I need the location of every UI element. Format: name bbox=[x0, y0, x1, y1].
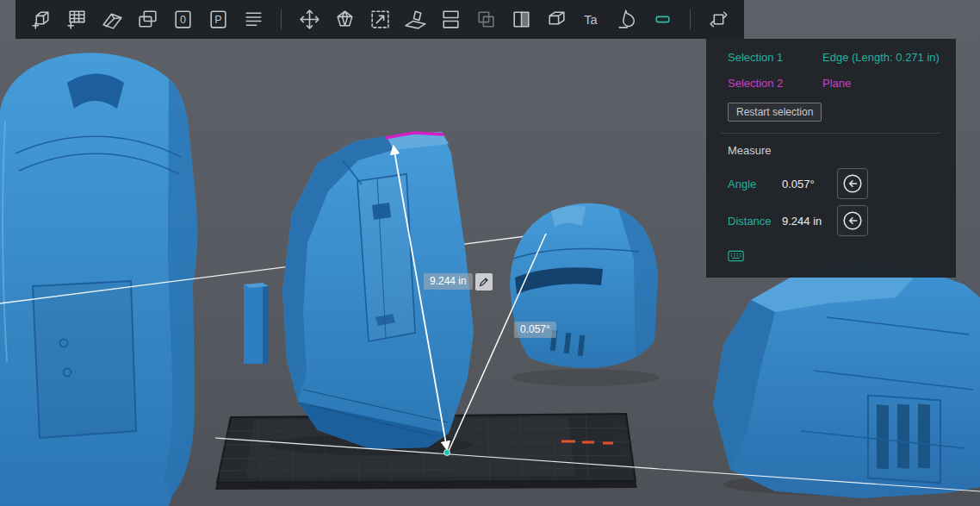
selection1-row: Selection 1 Edge (Length: 0.271 in) bbox=[728, 51, 940, 64]
seam-tool-button[interactable] bbox=[647, 4, 678, 35]
angle-measurement-chip: 0.057° bbox=[514, 322, 556, 338]
split-button[interactable] bbox=[435, 4, 466, 35]
distance-label: Distance bbox=[728, 215, 782, 228]
add-object-button[interactable] bbox=[26, 4, 57, 35]
arrange-button[interactable] bbox=[96, 4, 127, 35]
p-badge-button[interactable]: P bbox=[202, 4, 233, 35]
scale-icon bbox=[369, 8, 392, 31]
rotate-icon bbox=[333, 8, 357, 31]
place-on-face-icon bbox=[404, 8, 427, 31]
measure-section-title: Measure bbox=[728, 144, 940, 157]
measure-panel: Selection 1 Edge (Length: 0.271 in) Sele… bbox=[706, 39, 956, 278]
selection1-label: Selection 1 bbox=[728, 51, 822, 64]
selection2-label: Selection 2 bbox=[728, 77, 822, 90]
paint-tool-button[interactable] bbox=[611, 4, 642, 35]
add-plate-icon bbox=[65, 8, 89, 31]
distance-measurement-chip: 9.244 in bbox=[424, 273, 473, 290]
text-tool-button[interactable]: Ta bbox=[576, 4, 607, 35]
split-half-button[interactable] bbox=[506, 4, 537, 35]
add-object-icon bbox=[30, 8, 53, 31]
paint-tool-icon bbox=[616, 8, 639, 31]
selection2-value: Plane bbox=[822, 77, 851, 90]
angle-label: Angle bbox=[728, 178, 782, 191]
model-chest-armor[interactable] bbox=[0, 53, 197, 506]
svg-text:Ta: Ta bbox=[584, 13, 598, 27]
distance-value: 9.244 in bbox=[782, 215, 830, 228]
seam-tool-icon bbox=[651, 8, 674, 31]
arrange-icon bbox=[101, 8, 124, 31]
selection2-row: Selection 2 Plane bbox=[728, 77, 940, 90]
toolbar-separator bbox=[690, 9, 691, 30]
clone-button[interactable] bbox=[132, 4, 163, 35]
keyboard-shortcuts-button[interactable] bbox=[728, 250, 744, 265]
zero-badge-icon: 0 bbox=[171, 8, 195, 31]
model-small-part[interactable] bbox=[244, 283, 269, 364]
distance-row: Distance 9.244 in bbox=[728, 205, 940, 236]
keyboard-icon bbox=[728, 250, 744, 262]
restart-selection-button[interactable]: Restart selection bbox=[728, 103, 822, 122]
p-badge-icon: P bbox=[207, 8, 230, 31]
svg-text:0: 0 bbox=[180, 14, 186, 26]
model-helmet[interactable] bbox=[510, 203, 658, 368]
split-half-icon bbox=[510, 8, 533, 31]
rotate-button[interactable] bbox=[329, 4, 360, 35]
angle-restore-button[interactable] bbox=[837, 168, 868, 199]
model-forearm-armor[interactable] bbox=[282, 132, 474, 449]
toolbar-separator bbox=[281, 9, 282, 30]
scale-button[interactable] bbox=[364, 4, 395, 35]
panel-divider bbox=[721, 133, 940, 134]
assembly-view-icon bbox=[707, 8, 730, 31]
place-on-face-button[interactable] bbox=[400, 4, 431, 35]
mesh-overlap-button[interactable] bbox=[470, 4, 501, 35]
layers-list-button[interactable] bbox=[238, 4, 269, 35]
vertex-marker bbox=[444, 450, 450, 456]
text-tool-icon: Ta bbox=[580, 8, 604, 31]
circle-back-arrow-icon bbox=[840, 209, 865, 233]
boolean-cube-button[interactable] bbox=[541, 4, 572, 35]
angle-row: Angle 0.057° bbox=[728, 168, 940, 199]
move-button[interactable] bbox=[294, 4, 325, 35]
selection1-value: Edge (Length: 0.271 in) bbox=[822, 51, 940, 64]
move-icon bbox=[298, 8, 321, 31]
split-icon bbox=[439, 8, 462, 31]
edit-distance-button[interactable] bbox=[475, 273, 493, 290]
svg-text:P: P bbox=[214, 14, 221, 26]
angle-value: 0.057° bbox=[782, 178, 830, 191]
circle-back-arrow-icon bbox=[840, 172, 865, 196]
clone-icon bbox=[136, 8, 159, 31]
mesh-overlap-icon bbox=[474, 8, 498, 31]
layers-list-icon bbox=[242, 8, 265, 31]
slicer-window: 9.244 in 0.057° bbox=[0, 0, 980, 506]
distance-restore-button[interactable] bbox=[837, 205, 868, 236]
boolean-cube-icon bbox=[545, 8, 568, 31]
shadow bbox=[512, 369, 660, 386]
pencil-icon bbox=[479, 277, 489, 287]
add-plate-button[interactable] bbox=[61, 4, 92, 35]
zero-badge-button[interactable]: 0 bbox=[167, 4, 198, 35]
object-toolbar: 0 P bbox=[16, 0, 744, 39]
assembly-view-button[interactable] bbox=[703, 4, 734, 35]
